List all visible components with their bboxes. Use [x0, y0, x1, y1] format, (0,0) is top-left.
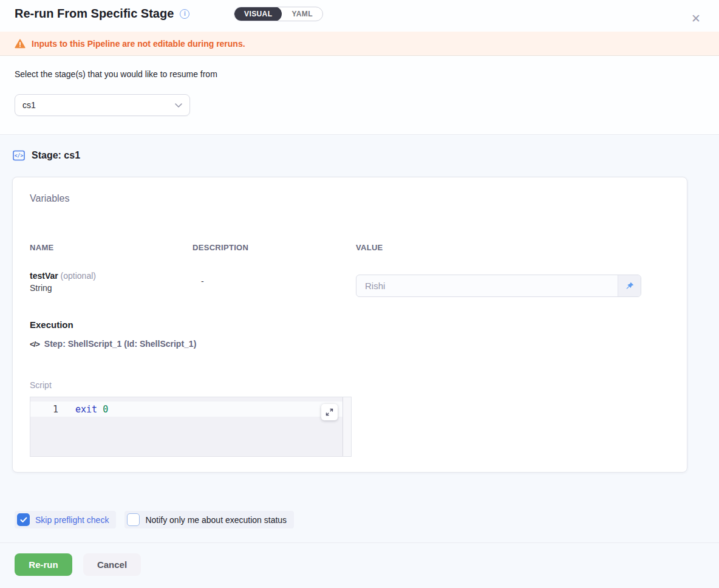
warning-banner: Inputs to this Pipeline are not editable… — [0, 32, 719, 56]
visual-yaml-toggle: VISUAL YAML — [234, 7, 323, 21]
notify-only-me-option[interactable]: Notify only me about execution status — [124, 511, 294, 528]
editor-scrollbar[interactable] — [342, 397, 351, 456]
skip-preflight-checkbox[interactable] — [17, 513, 30, 526]
notify-only-me-label[interactable]: Notify only me about execution status — [145, 515, 287, 525]
skip-preflight-option[interactable]: Skip preflight check — [15, 511, 116, 528]
variable-type: String — [30, 283, 96, 293]
info-icon[interactable]: i — [180, 9, 189, 19]
code-line: 1 exit 0 — [30, 402, 343, 417]
run-options: Skip preflight check Notify only me abou… — [15, 511, 294, 528]
stage-select-label: Select the stage(s) that you would like … — [15, 69, 217, 79]
script-label: Script — [30, 380, 52, 390]
checkmark-icon — [20, 517, 27, 523]
cancel-button[interactable]: Cancel — [83, 553, 141, 576]
chevron-down-icon — [175, 103, 182, 108]
tab-yaml[interactable]: YAML — [282, 7, 322, 21]
warning-text: Inputs to this Pipeline are not editable… — [32, 39, 245, 49]
variable-value-input[interactable] — [356, 275, 618, 296]
modal-header: Re-run From Specific Stage i — [15, 7, 189, 21]
stage-select-value: cs1 — [22, 100, 36, 110]
page-title: Re-run From Specific Stage — [15, 7, 174, 21]
expand-icon — [325, 408, 333, 416]
stage-detail-card: Variables NAME DESCRIPTION VALUE testVar… — [12, 177, 687, 473]
notify-only-me-checkbox[interactable] — [127, 513, 140, 526]
column-header-description: DESCRIPTION — [193, 243, 248, 252]
stage-heading: </> Stage: cs1 — [12, 149, 80, 162]
column-header-name: NAME — [30, 243, 53, 252]
script-code-editor[interactable]: 1 exit 0 — [30, 397, 352, 457]
rerun-stage-modal: Re-run From Specific Stage i VISUAL YAML… — [0, 0, 719, 588]
rerun-button[interactable]: Re-run — [15, 553, 72, 576]
pin-icon — [625, 281, 635, 291]
expand-editor-button[interactable] — [321, 404, 338, 420]
code-icon: </> — [30, 340, 39, 349]
variable-value-field — [356, 275, 641, 297]
stage-icon: </> — [12, 149, 26, 162]
line-number: 1 — [30, 404, 58, 415]
column-header-value: VALUE — [356, 243, 383, 252]
fixed-value-pin-button[interactable] — [618, 275, 641, 296]
step-heading: </> Step: ShellScript_1 (Id: ShellScript… — [30, 339, 196, 349]
skip-preflight-label[interactable]: Skip preflight check — [35, 515, 109, 525]
close-icon[interactable]: ✕ — [690, 13, 702, 25]
variable-name: testVar — [30, 271, 58, 281]
variable-description: - — [201, 276, 204, 286]
variables-title: Variables — [30, 193, 70, 204]
tab-visual[interactable]: VISUAL — [234, 7, 282, 21]
step-label: Step: ShellScript_1 (Id: ShellScript_1) — [44, 339, 197, 349]
execution-title: Execution — [30, 320, 73, 330]
table-row: testVar (optional) String — [30, 271, 96, 293]
warning-icon — [15, 39, 26, 49]
code-content: exit 0 — [58, 404, 108, 415]
variable-optional-tag: (optional) — [61, 271, 96, 281]
stage-select-dropdown[interactable]: cs1 — [15, 94, 190, 116]
footer-divider — [0, 542, 719, 543]
svg-text:</>: </> — [15, 153, 24, 159]
stage-section-title: Stage: cs1 — [32, 150, 80, 161]
